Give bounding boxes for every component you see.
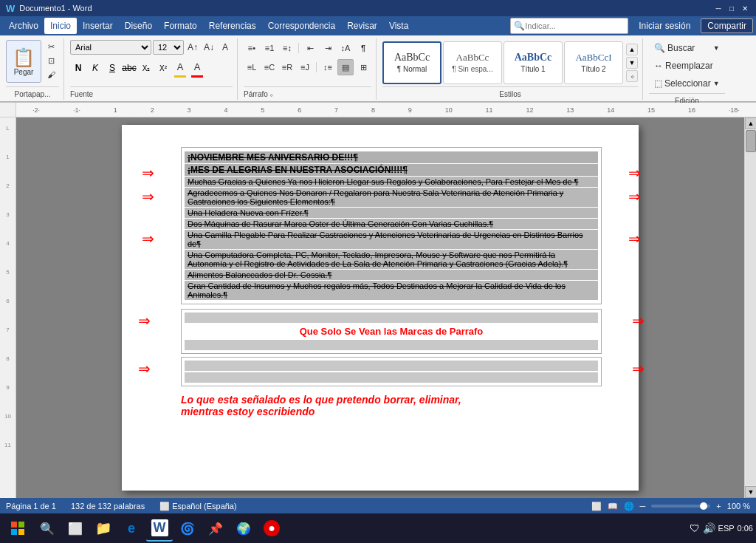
underline-button[interactable]: S xyxy=(104,60,120,76)
increase-indent-button[interactable]: ⇥ xyxy=(320,40,336,56)
zoom-level[interactable]: 100 % xyxy=(727,502,750,510)
zoom-slider[interactable] xyxy=(651,505,710,508)
style-titulo1-label: Título 1 xyxy=(520,65,545,73)
font-shrink-button[interactable]: A↓ xyxy=(202,40,216,55)
ribbon-search-input[interactable] xyxy=(525,21,621,30)
ribbon-group-clipboard: 📋 Pegar ✂ ⊡ 🖌 Portapap... xyxy=(1,38,64,100)
scrollbar-up-button[interactable]: ▲ xyxy=(745,117,756,129)
taskbar-extra4-button[interactable]: ● xyxy=(258,515,285,542)
replace-button[interactable]: ↔ Reemplazar xyxy=(649,58,725,74)
justify-button[interactable]: ≡J xyxy=(297,59,313,75)
vertical-ruler: L 1 2 3 4 5 6 7 8 9 10 11 xyxy=(0,117,16,498)
style-titulo2-button[interactable]: AaBbCcI Título 2 xyxy=(564,41,623,84)
style-sinespacio-button[interactable]: AaBbCc ¶ Sin espa... xyxy=(443,41,502,84)
menu-diseno[interactable]: Diseño xyxy=(119,18,158,34)
sort-button[interactable]: ↕A xyxy=(337,40,354,56)
taskbar-volume-icon[interactable]: 🔊 xyxy=(703,522,715,534)
line-heladera-text: Una Heladera Nueva con Frízer.¶ xyxy=(185,208,598,218)
empty-gray-line2 xyxy=(185,340,598,350)
numbering-button[interactable]: ≡1 xyxy=(261,40,278,56)
title-bar-controls[interactable]: ─ □ ✕ xyxy=(713,3,750,13)
style-normal-button[interactable]: AaBbCc ¶ Normal xyxy=(382,41,441,84)
superscript-button[interactable]: X² xyxy=(155,60,171,76)
show-formatting-button[interactable]: ¶ xyxy=(355,40,371,56)
font-name-select[interactable]: Arial xyxy=(70,40,151,55)
view-reading-icon[interactable]: 📖 xyxy=(608,502,618,511)
arrow-right-empty1: ⇒ xyxy=(632,312,645,329)
search-area[interactable]: 🔍 xyxy=(510,18,628,34)
shading-button[interactable]: ▤ xyxy=(337,59,354,75)
style-titulo1-button[interactable]: AaBbCc Título 1 xyxy=(504,41,563,84)
italic-button[interactable]: K xyxy=(87,60,103,76)
taskbar-search-button[interactable]: 🔍 xyxy=(34,515,61,542)
taskbar-file-explorer-button[interactable]: 📁 xyxy=(90,515,117,542)
styles-expand[interactable]: ⬦ xyxy=(626,70,638,82)
strikethrough-button[interactable]: abc xyxy=(121,60,137,76)
menu-vista[interactable]: Vista xyxy=(383,18,414,34)
close-button[interactable]: ✕ xyxy=(740,3,750,13)
para-divider1 xyxy=(298,43,299,53)
maximize-button[interactable]: □ xyxy=(726,3,737,13)
menu-revisar[interactable]: Revisar xyxy=(341,18,383,34)
taskbar-extra3-button[interactable]: 🌍 xyxy=(230,515,257,542)
subscript-button[interactable]: X₂ xyxy=(138,60,154,76)
vertical-scrollbar[interactable]: ▲ ▼ xyxy=(744,117,756,498)
cut-button[interactable]: ✂ xyxy=(43,40,59,53)
align-center-button[interactable]: ≡C xyxy=(261,59,278,75)
scrollbar-track[interactable] xyxy=(746,130,756,485)
scrollbar-thumb[interactable] xyxy=(746,130,756,152)
bullets-button[interactable]: ≡• xyxy=(244,40,260,56)
ruler-side xyxy=(0,103,16,117)
scrollbar-down-button[interactable]: ▼ xyxy=(745,486,756,498)
select-button[interactable]: ⬚ Seleccionar ▼ xyxy=(649,75,725,92)
taskbar-extra2-button[interactable]: 📌 xyxy=(202,515,229,542)
paragraph-group-expand-icon[interactable]: ⬦ xyxy=(269,91,273,98)
taskbar-task-view-button[interactable]: ⬜ xyxy=(62,515,89,542)
agradecemos-text: Agradecemos a Quienes Nos Donaron / Rega… xyxy=(188,188,563,206)
clear-format-button[interactable]: A xyxy=(218,40,233,55)
zoom-minus-button[interactable]: ─ xyxy=(640,502,646,510)
minimize-button[interactable]: ─ xyxy=(713,3,724,13)
align-right-button[interactable]: ≡R xyxy=(279,59,295,75)
styles-scroll-down[interactable]: ▼ xyxy=(626,57,638,69)
align-left-button[interactable]: ≡L xyxy=(244,59,260,75)
menu-insertar[interactable]: Insertar xyxy=(77,18,119,34)
page[interactable]: ¡NOVIEMBRE MES ANIVERSARIO DE!!!¶ ⇒ ¡MES… xyxy=(122,125,639,491)
styles-scroll-up[interactable]: ▲ xyxy=(626,44,638,55)
bold-button[interactable]: N xyxy=(70,60,86,76)
multilevel-button[interactable]: ≡↕ xyxy=(279,40,295,56)
ruler-num-1: L xyxy=(0,125,16,132)
line-spacing-button[interactable]: ↕≡ xyxy=(320,59,336,75)
menu-inicio[interactable]: Inicio xyxy=(44,18,77,34)
ribbon-group-paragraph: ≡• ≡1 ≡↕ ⇤ ⇥ ↕A ¶ ≡L ≡C ≡R ≡J ↕≡ ▤ xyxy=(239,38,377,100)
taskbar-edge-button[interactable]: e xyxy=(118,515,145,542)
decrease-indent-button[interactable]: ⇤ xyxy=(302,40,318,56)
share-button[interactable]: Compartir xyxy=(701,18,753,33)
font-grow-button[interactable]: A↑ xyxy=(185,40,200,55)
menu-referencias[interactable]: Referencias xyxy=(203,18,262,34)
highlight-button[interactable]: A xyxy=(172,58,188,75)
style-sinespacio-preview: AaBbCc xyxy=(456,52,489,64)
view-web-icon[interactable]: 🌐 xyxy=(624,502,634,511)
paste-button[interactable]: 📋 Pegar xyxy=(6,40,41,83)
taskbar-word-button[interactable]: W xyxy=(146,515,173,542)
view-layout-icon[interactable]: ⬜ xyxy=(591,502,602,511)
format-painter-button[interactable]: 🖌 xyxy=(43,68,59,81)
menu-formato[interactable]: Formato xyxy=(158,18,203,34)
menu-archivo[interactable]: Archivo xyxy=(3,18,44,34)
copy-button[interactable]: ⊡ xyxy=(43,54,59,67)
title2-text: ¡MES DE ALEGRIAS EN NUESTRA ASOCIACIÓN!!… xyxy=(188,165,408,175)
borders-button[interactable]: ⊞ xyxy=(355,59,371,75)
menu-correspondencia[interactable]: Correspondencia xyxy=(262,18,341,34)
font-color-indicator xyxy=(191,75,203,78)
signin-button[interactable]: Iniciar sesión xyxy=(634,19,695,33)
taskbar-tray-shield-icon: 🛡 xyxy=(690,522,700,534)
zoom-plus-button[interactable]: + xyxy=(716,502,721,510)
start-button[interactable] xyxy=(3,515,32,542)
styles-content: AaBbCc ¶ Normal AaBbCc ¶ Sin espa... AaB… xyxy=(382,38,638,86)
font-size-select[interactable]: 12 xyxy=(153,40,184,55)
find-button[interactable]: 🔍 Buscar ▼ xyxy=(649,40,725,56)
taskbar-extra1-button[interactable]: 🌀 xyxy=(174,515,201,542)
font-color-button[interactable]: A xyxy=(189,58,205,75)
line-maquinas: Dos Máquinas de Rasurar Marca Oster de Ú… xyxy=(185,219,598,229)
